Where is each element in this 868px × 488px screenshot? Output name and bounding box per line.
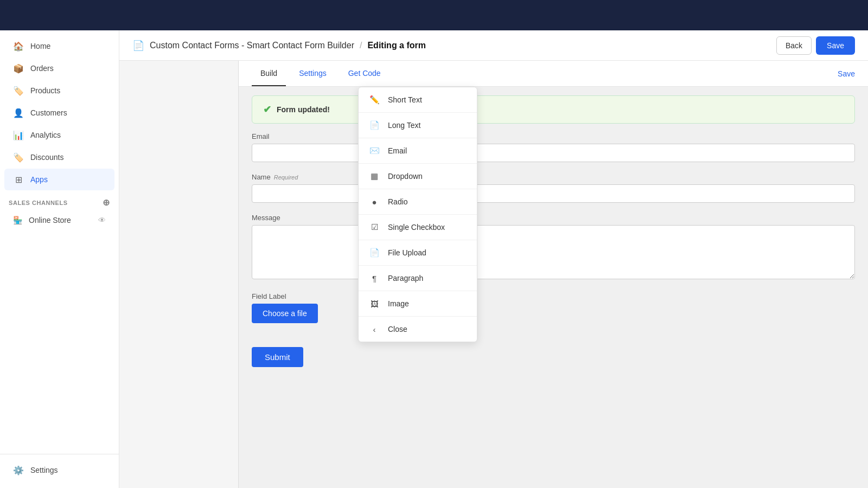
element-radio[interactable]: ● Radio	[359, 189, 477, 215]
element-dropdown[interactable]: ▦ Dropdown	[359, 164, 477, 189]
sidebar-nav: 🏠 Home 📦 Orders 🏷️ Products 👤 Customers …	[0, 30, 119, 454]
image-icon: 🖼	[368, 298, 380, 310]
message-textarea[interactable]	[252, 225, 855, 279]
element-label: Image	[388, 299, 409, 308]
header-bar: 📄 Custom Contact Forms - Smart Contact F…	[119, 30, 868, 61]
name-field-label: Name Required	[252, 173, 855, 181]
form-elements-panel: ✏️ Short Text 📄 Long Text ✉️ Email ▦	[358, 87, 477, 342]
checkbox-icon: ☑	[368, 221, 380, 233]
sidebar-item-apps[interactable]: ⊞ Apps	[4, 169, 114, 190]
section-label-text: SALES CHANNELS	[9, 200, 68, 206]
sidebar-settings-label: Settings	[30, 466, 58, 474]
label-text: Name	[252, 173, 271, 181]
title-separator: /	[360, 41, 362, 50]
analytics-icon: 📊	[13, 130, 24, 140]
sidebar-item-analytics[interactable]: 📊 Analytics	[4, 124, 114, 146]
message-field-label: Message	[252, 214, 855, 222]
sidebar-item-label: Customers	[30, 108, 67, 117]
element-label: Radio	[388, 197, 408, 206]
success-check-icon: ✔	[263, 104, 271, 115]
customers-icon: 👤	[13, 107, 24, 118]
header-title: 📄 Custom Contact Forms - Smart Contact F…	[132, 40, 426, 52]
element-label: File Upload	[388, 248, 426, 257]
element-label: Long Text	[388, 121, 420, 130]
form-fields: Email Name Required	[239, 132, 868, 488]
element-close[interactable]: ‹ Close	[359, 317, 477, 342]
sidebar-item-label: Discounts	[30, 153, 63, 162]
element-single-checkbox[interactable]: ☑ Single Checkbox	[359, 215, 477, 240]
sidebar-item-home[interactable]: 🏠 Home	[4, 35, 114, 57]
close-panel-icon: ‹	[368, 323, 380, 335]
sidebar-item-orders[interactable]: 📦 Orders	[4, 57, 114, 79]
element-long-text[interactable]: 📄 Long Text	[359, 113, 477, 138]
add-channel-icon[interactable]: ⊕	[103, 197, 110, 208]
sidebar-bottom: ⚙️ Settings	[0, 454, 119, 488]
sales-channels-section: SALES CHANNELS ⊕	[0, 191, 119, 210]
element-file-upload[interactable]: 📄 File Upload	[359, 240, 477, 266]
apps-icon: ⊞	[13, 174, 24, 185]
sidebar-item-discounts[interactable]: 🏷️ Discounts	[4, 146, 114, 168]
element-label: Email	[388, 146, 407, 155]
choose-file-button[interactable]: Choose a file	[252, 304, 318, 323]
sidebar-item-settings[interactable]: ⚙️ Settings	[4, 459, 114, 481]
element-label: Single Checkbox	[388, 223, 445, 232]
element-label: Short Text	[388, 95, 422, 104]
content-area: 📄 Custom Contact Forms - Smart Contact F…	[119, 30, 868, 488]
save-header-button[interactable]: Save	[816, 36, 855, 55]
email-field-label: Email	[252, 132, 855, 140]
label-text: Message	[252, 214, 280, 222]
tabs-bar: Build Settings Get Code Save ✏️ Short Te…	[239, 61, 868, 87]
name-input[interactable]	[252, 184, 855, 203]
email-icon: ✉️	[368, 145, 380, 157]
tab-save-button[interactable]: Save	[838, 62, 855, 86]
name-field-row: Name Required	[252, 173, 855, 203]
form-builder: Build Settings Get Code Save ✏️ Short Te…	[239, 61, 868, 488]
long-text-icon: 📄	[368, 119, 380, 131]
short-text-icon: ✏️	[368, 94, 380, 106]
sidebar-item-label: Products	[30, 86, 60, 95]
main-content: Build Settings Get Code Save ✏️ Short Te…	[119, 61, 868, 488]
element-image[interactable]: 🖼 Image	[359, 291, 477, 317]
app-title: Custom Contact Forms - Smart Contact For…	[150, 41, 354, 50]
required-badge: Required	[274, 174, 298, 181]
sidebar-item-products[interactable]: 🏷️ Products	[4, 80, 114, 101]
sidebar-item-label: Apps	[30, 175, 48, 184]
online-store-label: Online Store	[29, 216, 71, 224]
orders-icon: 📦	[13, 63, 24, 74]
header-actions: Back Save	[776, 36, 855, 55]
sidebar: 🏠 Home 📦 Orders 🏷️ Products 👤 Customers …	[0, 30, 119, 488]
element-paragraph[interactable]: ¶ Paragraph	[359, 266, 477, 291]
topbar	[0, 0, 868, 30]
file-field-row: Field Label Choose a file	[252, 292, 855, 323]
discounts-icon: 🏷️	[13, 152, 24, 163]
file-field-label: Field Label	[252, 292, 855, 300]
email-input[interactable]	[252, 144, 855, 162]
tab-settings[interactable]: Settings	[290, 61, 335, 86]
sidebar-item-online-store[interactable]: 🏪 Online Store 👁	[4, 210, 114, 230]
sidebar-item-label: Analytics	[30, 131, 61, 139]
sidebar-item-customers[interactable]: 👤 Customers	[4, 102, 114, 124]
visibility-icon[interactable]: 👁	[98, 216, 106, 224]
message-field-row: Message	[252, 214, 855, 281]
file-upload-icon: 📄	[368, 247, 380, 259]
paragraph-icon: ¶	[368, 272, 380, 284]
dropdown-icon: ▦	[368, 170, 380, 182]
editing-label: Editing a form	[367, 41, 426, 50]
doc-icon: 📄	[132, 40, 144, 52]
online-store-icon: 🏪	[13, 216, 22, 224]
label-text: Field Label	[252, 292, 286, 300]
element-label: Paragraph	[388, 274, 423, 282]
tab-get-code[interactable]: Get Code	[340, 61, 390, 86]
home-icon: 🏠	[13, 41, 24, 52]
sidebar-item-label: Orders	[30, 64, 54, 73]
online-store-left: 🏪 Online Store	[13, 216, 71, 224]
products-icon: 🏷️	[13, 85, 24, 96]
sidebar-item-label: Home	[30, 42, 50, 50]
element-short-text[interactable]: ✏️ Short Text	[359, 87, 477, 113]
back-button[interactable]: Back	[776, 36, 812, 55]
element-label: Close	[388, 325, 407, 333]
submit-button[interactable]: Submit	[252, 347, 303, 367]
radio-icon: ●	[368, 196, 380, 208]
tab-build[interactable]: Build	[252, 61, 286, 86]
element-email[interactable]: ✉️ Email	[359, 138, 477, 164]
